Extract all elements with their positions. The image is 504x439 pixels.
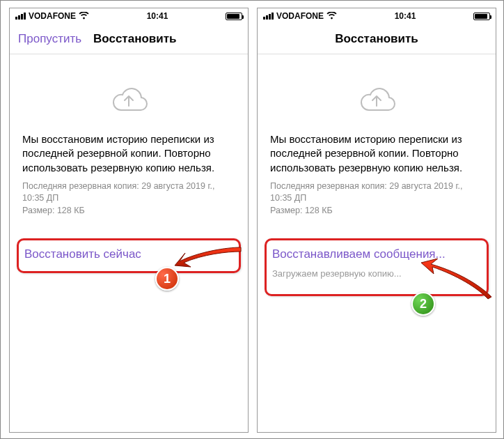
content-area: Мы восстановим историю переписки из посл… bbox=[10, 54, 248, 217]
backup-date: Последняя резервная копия: 29 августа 20… bbox=[22, 180, 235, 205]
signal-icon bbox=[263, 13, 274, 20]
status-bar: VODAFONE 10:41 bbox=[258, 8, 496, 24]
backup-date: Последняя резервная копия: 29 августа 20… bbox=[270, 180, 483, 205]
phone-screen-right: VODAFONE 10:41 Восстановить Мы восстанов… bbox=[257, 8, 496, 433]
backup-meta: Последняя резервная копия: 29 августа 20… bbox=[22, 180, 235, 217]
content-area: Мы восстановим историю переписки из посл… bbox=[258, 54, 496, 217]
backup-size: Размер: 128 КБ bbox=[22, 205, 235, 217]
restoring-status: Восстанавливаем сообщения... bbox=[272, 247, 481, 261]
highlight-box: Восстановить сейчас bbox=[17, 238, 241, 273]
highlight-box: Восстанавливаем сообщения... Загружаем р… bbox=[265, 238, 489, 296]
carrier-label: VODAFONE bbox=[29, 11, 76, 21]
battery-icon bbox=[473, 13, 490, 20]
skip-button[interactable]: Пропустить bbox=[18, 32, 81, 46]
step-badge-1: 1 bbox=[155, 267, 179, 291]
clock-label: 10:41 bbox=[147, 11, 168, 21]
battery-icon bbox=[226, 13, 242, 20]
status-bar: VODAFONE 10:41 bbox=[10, 8, 248, 24]
restore-description: Мы восстановим историю переписки из посл… bbox=[270, 132, 483, 175]
wifi-icon bbox=[79, 11, 89, 22]
wifi-icon bbox=[326, 11, 337, 22]
nav-bar: Восстановить bbox=[258, 24, 496, 54]
backup-size: Размер: 128 КБ bbox=[270, 205, 483, 217]
restore-description: Мы восстановим историю переписки из посл… bbox=[22, 132, 235, 175]
nav-bar: Пропустить Восстановить bbox=[10, 24, 248, 54]
carrier-label: VODAFONE bbox=[276, 11, 324, 21]
cloud-upload-icon bbox=[107, 82, 151, 116]
backup-meta: Последняя резервная копия: 29 августа 20… bbox=[270, 180, 483, 217]
restore-now-button[interactable]: Восстановить сейчас bbox=[24, 247, 233, 261]
clock-label: 10:41 bbox=[395, 11, 416, 21]
download-status: Загружаем резервную копию... bbox=[272, 268, 481, 279]
step-badge-2: 2 bbox=[411, 292, 435, 316]
nav-title: Восстановить bbox=[266, 32, 487, 46]
phone-screen-left: VODAFONE 10:41 Пропустить Восстановить М… bbox=[9, 8, 249, 433]
cloud-upload-icon bbox=[354, 82, 399, 116]
signal-icon bbox=[15, 13, 26, 20]
